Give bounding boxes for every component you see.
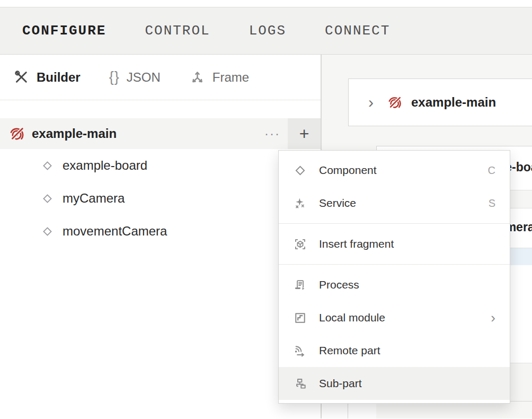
menu-item-label: Remote part [319,344,380,357]
menu-item-label: Service [319,197,356,210]
tree-item-label: myCamera [63,191,125,206]
menu-item-component[interactable]: Component C [279,154,510,187]
browser-gap [0,0,532,7]
part-header-label: example-main [411,95,496,110]
tree-children: example-board myCamera [0,149,321,248]
menu-item-label: Process [319,278,359,291]
add-resource-menu: Component C Service S [278,150,510,404]
menu-item-remote-part[interactable]: Remote part [279,334,510,367]
offline-icon [10,126,26,142]
menu-item-label: Sub-part [319,377,362,390]
add-resource-button[interactable]: + [288,118,321,149]
menu-shortcut: S [489,197,495,210]
menu-item-sub-part[interactable]: Sub-part [279,367,510,400]
menu-item-process[interactable]: Process [279,268,510,301]
sub-part-network-icon [293,377,307,391]
main-navbar: CONFIGURE CONTROL LOGS CONNECT [0,7,532,55]
tab-frame-label: Frame [212,70,249,85]
menu-item-service[interactable]: Service S [279,187,510,220]
insert-fragment-cube-icon [293,237,307,251]
frame-axes-icon [189,69,206,85]
menu-item-local-module[interactable]: Local module › [279,301,510,334]
component-diamond-icon [41,192,54,205]
nav-tab-connect[interactable]: CONNECT [325,23,390,39]
tree-item-example-board[interactable]: example-board [0,149,321,182]
service-sparkles-icon [293,196,307,211]
component-diamond-icon [41,159,54,172]
local-module-icon [293,311,307,325]
more-options-button[interactable]: ··· [257,118,288,149]
menu-divider [279,264,510,265]
tree-root-row-example-main[interactable]: example-main ··· + [0,118,321,149]
tab-builder-label: Builder [37,70,81,85]
offline-icon [388,95,403,110]
braces-icon: {} [109,69,120,85]
menu-shortcut: C [488,164,495,177]
component-diamond-icon [293,163,307,178]
tab-builder[interactable]: Builder [13,69,81,85]
tree-root-label: example-main [32,126,257,141]
part-header-card[interactable]: › example-main [348,78,532,126]
chevron-right-icon: › [368,94,374,110]
process-script-icon [293,278,307,292]
submenu-chevron-icon: › [491,311,495,325]
nav-tab-configure[interactable]: CONFIGURE [22,23,106,39]
tab-json-label: JSON [127,70,161,85]
tree-item-movementcamera[interactable]: movementCamera [0,215,321,248]
tab-json[interactable]: {} JSON [109,69,161,85]
tree-item-label: example-board [63,158,147,173]
menu-divider [279,223,510,224]
remote-part-broadcast-icon [293,344,307,358]
tree-item-label: movementCamera [63,224,167,239]
menu-item-insert-fragment[interactable]: Insert fragment [279,228,510,260]
view-mode-tabs: Builder {} JSON Frame [0,55,321,100]
component-diamond-icon [41,225,54,238]
config-sidebar: Builder {} JSON Frame [0,55,322,418]
tree-item-mycamera[interactable]: myCamera [0,182,321,215]
menu-item-label: Component [319,164,377,177]
nav-tab-logs[interactable]: LOGS [249,23,286,39]
nav-tab-control[interactable]: CONTROL [145,23,210,39]
menu-item-label: Insert fragment [319,238,394,250]
tab-frame[interactable]: Frame [189,69,249,85]
menu-item-label: Local module [319,311,385,324]
app-window: CONFIGURE CONTROL LOGS CONNECT Builder [0,0,532,419]
builder-tools-icon [13,69,30,85]
